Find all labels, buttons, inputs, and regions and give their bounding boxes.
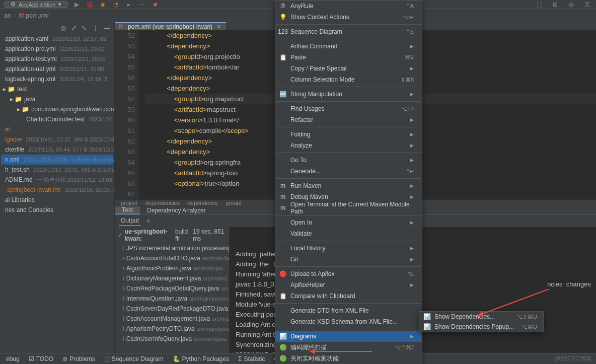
project-tree-item[interactable]: application-uat.yml2023/12/11, 20:00 xyxy=(1,64,113,74)
hide-icon[interactable]: — xyxy=(104,24,110,32)
context-menu-item[interactable]: Column Selection Mode⇧⌘8 xyxy=(275,74,422,85)
profile-icon[interactable]: ◔ xyxy=(111,1,120,8)
settings-icon[interactable]: ⋮ xyxy=(92,24,99,32)
stop-icon[interactable]: ■ xyxy=(151,1,160,8)
project-tree-item[interactable]: application.yaml2023/11/23, 22:27, 62 xyxy=(1,34,113,44)
attach-icon[interactable]: ⋯ xyxy=(137,1,146,8)
collapse-icon[interactable]: ⤡ xyxy=(82,24,87,32)
build-result-item[interactable]: iCsdnAccountManagement.javasrc/mai xyxy=(115,314,229,324)
toolbar-r2-icon[interactable]: ⊞ xyxy=(551,1,560,8)
build-result-item[interactable]: iAlgorithmicProblem.javasrc/main/jav xyxy=(115,263,229,273)
build-result-item[interactable]: iCsdnRedPackageDetailQuery.javasrc/r xyxy=(115,283,229,294)
run-icon[interactable]: ▶ xyxy=(72,1,81,8)
context-menu-item[interactable]: 📋Compare with Clipboard xyxy=(275,290,422,302)
context-menu-item[interactable]: Refactor▶ xyxy=(275,114,422,125)
status-item[interactable]: ebug xyxy=(4,355,20,362)
context-menu-item[interactable]: 🟢编码规约扫描⌥⇧⌘J xyxy=(275,342,422,353)
context-menu-item[interactable]: ®AnyRule⌃A xyxy=(275,1,422,12)
build-output-tab[interactable]: Output xyxy=(119,216,141,226)
context-menu-item[interactable]: Go To▶ xyxy=(275,155,422,166)
more-run-icon[interactable]: ▸ xyxy=(124,1,133,8)
project-tree-item[interactable]: application-prd.yml2023/12/11, 20:00 xyxy=(1,44,113,54)
project-tree-item[interactable]: ckerfile2023/11/9, 09:44, 577 B 2023/12/… xyxy=(1,144,113,155)
status-item[interactable]: ⬚Sequence Diagram xyxy=(104,355,164,362)
context-menu-item[interactable]: Generate XSD Schema from XML File... xyxy=(275,316,422,327)
context-menu-item[interactable]: 💡Show Context Actions⌥↩ xyxy=(275,12,422,23)
context-menu-item[interactable]: Copy / Paste Special▶ xyxy=(275,63,422,74)
diagrams-submenu: 📊Show Dependencies...⌥⇧⌘U📊Show Dependenc… xyxy=(419,311,544,332)
project-tree-item[interactable]: ▸ 📁test xyxy=(1,84,113,94)
status-item[interactable]: ☑TODO xyxy=(29,355,53,362)
submenu-item[interactable]: 📊Show Dependencies...⌥⇧⌘U xyxy=(419,312,543,322)
tab-text[interactable]: Text xyxy=(115,206,140,214)
status-item[interactable]: ΣStatistic xyxy=(238,355,265,362)
project-tree-item[interactable]: ▸ 📁com.kwan.springbootkwan.controller xyxy=(1,104,113,114)
context-menu-item[interactable]: mOpen Terminal at the Current Maven Modu… xyxy=(275,202,422,213)
status-item[interactable]: ⊘Problems xyxy=(62,355,95,362)
project-tree-item[interactable]: logback-spring.xml2023/12/4, 16:19, 2 xyxy=(1,74,113,84)
crumb-b[interactable]: dependencies xyxy=(145,200,180,206)
run-configuration-selector[interactable]: ⚙ AppApplication ▾ xyxy=(4,1,68,8)
toolbar-r3-icon[interactable]: ◎ xyxy=(567,1,576,8)
context-menu-item[interactable]: 📊Diagrams▶ xyxy=(275,331,422,342)
build-result-item[interactable]: iCsdnAccountTotalDTO.javasrc/main/ja xyxy=(115,253,229,263)
project-tree-item[interactable]: et xyxy=(1,124,113,134)
context-menu-item[interactable]: 🔴Upload to Apifox^E xyxy=(275,268,422,279)
project-tree-item[interactable]: h_test.sh2023/11/11, 10:31, 662 B 2023/1… xyxy=(1,165,113,175)
debug-icon[interactable]: 🐞 xyxy=(85,1,94,8)
project-tree-item[interactable]: application-test.yml2023/12/11, 20:00 xyxy=(1,54,113,64)
project-tree-item[interactable]: -springboot-kwan.iml2023/12/15, 02:05, 9… xyxy=(1,185,113,195)
close-icon[interactable]: ✕ xyxy=(146,218,151,225)
menu-item-icon: 💡 xyxy=(279,14,286,21)
context-menu-item[interactable]: mRun Maven▶ xyxy=(275,180,422,191)
build-result-item[interactable]: iCsdnUserInfoQuery.javasrc/main/java xyxy=(115,334,229,344)
context-menu-item[interactable]: 🟢关闭实时检测功能 xyxy=(275,353,422,364)
project-tree-item[interactable]: ignore2023/10/31, 21:32, 394 B 2023/10/3… xyxy=(1,134,113,144)
context-menu-item[interactable]: 123Sequence Diagram⌃S xyxy=(275,26,422,37)
toolbar-r4-icon[interactable]: 文 xyxy=(583,1,592,8)
build-result-item[interactable]: iAphorismPoetryDTO.javasrc/main/java/c xyxy=(115,324,229,334)
context-menu-item[interactable]: ApifoxHelper▶ xyxy=(275,279,422,290)
build-result-item[interactable]: iJPS incremental annotation processing i… xyxy=(115,243,229,253)
context-menu-item[interactable]: 🔤String Manipulation▶ xyxy=(275,89,422,100)
locate-icon[interactable]: ◎ xyxy=(60,24,66,32)
context-menu-item[interactable]: Git▶ xyxy=(275,254,422,265)
submenu-item[interactable]: 📊Show Dependencies Popup...⌥⌘U xyxy=(419,322,543,332)
context-menu-item[interactable]: 📋Paste⌘V xyxy=(275,52,422,63)
context-menu-item[interactable]: Analyze▶ xyxy=(275,140,422,151)
build-result-item[interactable]: iDictionaryManagement.javasrc/main/j xyxy=(115,273,229,283)
project-tree: application.yaml2023/11/23, 22:27, 62app… xyxy=(0,34,114,215)
warn-icon: i xyxy=(123,265,124,272)
crumb-c[interactable]: dependency xyxy=(188,200,218,206)
build-result-item[interactable]: iCsdnSevenDayRedPackageDTO.javasrc xyxy=(115,304,229,314)
context-menu-item[interactable]: Find Usages⌥F7 xyxy=(275,103,422,114)
context-menu-item[interactable]: Folding▶ xyxy=(275,129,422,140)
crumb-a[interactable]: project xyxy=(121,200,137,206)
context-menu-item[interactable]: Arthas Command▶ xyxy=(275,41,422,52)
editor-tab-pom[interactable]: pom.xml (vue-springboot-kwan) ✕ xyxy=(115,22,227,30)
expand-icon[interactable]: ⤢ xyxy=(71,24,77,32)
crumb-1[interactable]: an xyxy=(4,12,11,19)
build-root[interactable]: ✔ ue-springboot-kwan: build fir 19 sec, … xyxy=(115,227,229,243)
build-result-item[interactable]: iInterviewQuestion.javasrc/main/java/com xyxy=(115,294,229,304)
coverage-icon[interactable]: ◉ xyxy=(98,1,107,8)
context-menu-item[interactable]: Generate DTD from XML File xyxy=(275,305,422,316)
status-icon: 🐍 xyxy=(173,355,180,362)
project-tree-item[interactable]: ▸ 📁java xyxy=(1,94,113,104)
tab-dependency-analyzer[interactable]: Dependency Analyzer xyxy=(140,206,213,214)
crumb-d[interactable]: groupI xyxy=(226,200,242,206)
project-tree-item[interactable]: ChatbotControllerTest2023/12/1 xyxy=(1,114,113,124)
context-menu-item[interactable]: Open In▶ xyxy=(275,217,422,228)
project-tree-item[interactable]: n.xml2023/12/15, 02:05, 5.85 kB Moments … xyxy=(1,155,113,165)
warn-icon: i xyxy=(123,255,124,262)
crumb-2[interactable]: pom.xml xyxy=(26,12,48,19)
status-item[interactable]: 🐍Python Packages xyxy=(173,355,229,362)
project-tree-item[interactable]: nes and Consoles xyxy=(1,205,113,215)
context-menu-item[interactable]: Validate xyxy=(275,228,422,239)
close-icon[interactable]: ✕ xyxy=(216,24,221,30)
context-menu-item[interactable]: Generate...^↩ xyxy=(275,166,422,177)
project-tree-item[interactable]: al Libraries xyxy=(1,195,113,205)
context-menu-item[interactable]: Local History▶ xyxy=(275,243,422,254)
project-tree-item[interactable]: ADME.md一.简单介绍 2023/11/12, 13:03, 6.0 xyxy=(1,175,113,185)
toolbar-r1-icon[interactable]: ⬚ xyxy=(535,1,544,8)
